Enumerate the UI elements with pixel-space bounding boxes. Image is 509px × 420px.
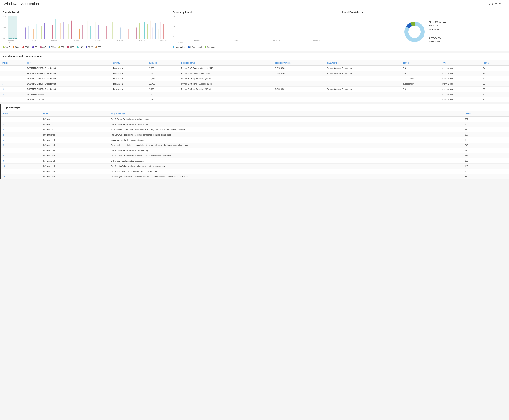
cell-count: 196 [481,92,509,97]
cell-tm-msg: The Software Protection service has succ… [109,153,463,158]
cell-count: 20 [481,76,509,81]
cell-tm-level: Informational [41,132,108,137]
time-control[interactable]: 🕐 -24h [484,2,493,5]
cell-tm-msg: The Software Protection service has comp… [109,132,463,137]
y-label-200: 200 [172,26,175,28]
level-breakdown-title: Level Breakdown [342,11,506,14]
cell-status: successfully [401,76,440,81]
list-item: 11 Informational The VSS service is shut… [0,169,509,174]
cell-event-id: 1,033 [147,66,179,71]
cell-index: 15 [0,87,25,92]
cell-status [401,92,440,97]
cell-product-name [179,97,273,102]
events-trend-panel: Events Trend 150 100 50 09:21:15 PM [0,8,170,51]
events-trend-title: Events Trend [3,11,167,14]
cell-tm-index: 2 [0,122,41,127]
cell-tm-count: 45 [463,127,509,132]
legend-dot-902 [77,46,79,48]
cell-host: EC2AMAZ-ER3EF3C.test.format [25,71,111,76]
svg-point-77 [408,26,421,38]
col-activity: activity [111,60,147,66]
list-item: 1 Information The Software Protection se… [0,116,509,122]
list-item: 12 Informational The winlogon notificati… [0,174,509,179]
cell-tm-index: 10 [0,164,41,169]
cell-product-name: Python 3.8.5 pip Bootstrap (32-bit) [179,87,273,92]
x-label-6am: 06:00 AM [234,39,240,41]
legend-dot-6003 [22,46,24,48]
cell-tm-level: Informational [41,153,108,158]
cell-status: successfully [401,81,440,87]
legend-dot-63 [32,46,34,48]
legend-warning: Warning [205,46,215,48]
col-tm-msg: msg_summary [109,111,463,116]
cell-status: 0.0 [401,87,440,92]
cell-activity: Installation [111,76,147,81]
top-messages-table: Index level msg_summary _count 1 Informa… [0,111,509,179]
cell-product-version: 3.8.5150.0 [273,87,325,92]
clock-icon: 🕐 [484,2,487,5]
col-status: status [401,60,440,66]
cell-tm-msg: .NET Runtime Optimization Service (4.0.3… [109,127,463,132]
y-label-400: 400 [172,16,175,18]
cell-host: EC2AMAZ-ER3EF3C.test.format [25,76,111,81]
cell-level: Informational [440,87,481,92]
filter-button[interactable]: ⊽ [499,2,501,5]
label-informational-2: Informational [429,40,446,44]
list-item: 3 Information .NET Runtime Optimization … [0,127,509,132]
cell-count: 24 [481,66,509,71]
label-information-2: Information [429,28,446,31]
cell-tm-index: 11 [0,169,41,174]
x-label-3: 09:00 AM [73,40,79,41]
legend-item-9027: 9027 [86,46,92,48]
cell-tm-level: Informational [41,158,108,164]
cell-level: Informational [440,66,481,71]
legend-item-902: 902 [77,46,82,48]
table-row: 14 EC2AMAZ-ER3EF3C.test.format Installat… [0,81,509,87]
x-label-5: 03:00 PM [117,40,123,41]
highlight-label: 09:21:15 PM [8,37,16,39]
cell-manufacturer [324,92,401,97]
list-item: 9 Informational Offline downlevel migrat… [0,158,509,164]
list-item: 4 Informational The Software Protection … [0,132,509,137]
cell-product-name: Python 3.8.5 Documentation (32-bit) [179,66,273,71]
cell-tm-index: 1 [0,116,41,122]
legend-informational: Informational [188,46,202,48]
cell-activity: Installation [111,81,147,87]
more-button[interactable]: ⋮ [503,2,505,5]
cell-tm-index: 6 [0,143,41,148]
y-label-100: 100 [3,27,6,29]
cell-tm-msg: The VSS service is shutting down due to … [109,169,463,174]
cell-level: Informational [440,76,481,81]
cell-tm-msg: The Software Protection service has star… [109,122,463,127]
col-tm-level: level [41,111,108,116]
cell-tm-count: 626 [463,137,509,143]
cell-status: 0.0 [401,66,440,71]
cell-host: EC2AMAZ-ER3EF3C.test.format [25,87,111,92]
cell-manufacturer [324,97,401,102]
refresh-button[interactable]: ↻ [495,2,497,5]
cell-tm-level: Informational [41,148,108,153]
cell-level: Informational [440,92,481,97]
cell-product-name: Python 3.8.5 Tcl/Tk Support (32-bit) [179,81,273,87]
level-breakdown-panel: Level Breakdown 374 (6.7%) Warning 515 [339,8,509,51]
cell-manufacturer [324,81,401,87]
cell-tm-level: Information [41,116,108,122]
legend-dot-900 [59,46,60,48]
legend-item-63: 63 [32,46,37,48]
legend-dot-9027 [86,46,88,48]
legend-dot-warning [205,46,206,48]
cell-product-version: 3.8.5150.0 [273,71,325,76]
x-date-level: 13 Oct 20 [178,42,184,43]
cell-tm-level: Informational [41,169,108,174]
table-row: 13 EC2AMAZ-ER3EF3C.test.format Installat… [0,76,509,81]
table-row: 11 EC2AMAZ-ER3EF3C.test.format Installat… [0,66,509,71]
cell-tm-count: 145 [463,164,509,169]
donut-labels: 374 (6.7%) Warning 515 (9.2%) Informatio… [429,21,446,44]
x-label-4: 12:00 PM [95,40,101,41]
more-icon: ⋮ [503,2,505,5]
cell-host: EC2AMAZ-J7K308I [25,92,111,97]
trend-legend: 5617 6001 6003 63 637 8224 900 9009 902 … [3,46,167,48]
cell-event-id: 1,034 [147,97,179,102]
cell-level: Informational [440,81,481,87]
events-by-level-panel: Events by Level 400 200 0 [170,8,339,51]
